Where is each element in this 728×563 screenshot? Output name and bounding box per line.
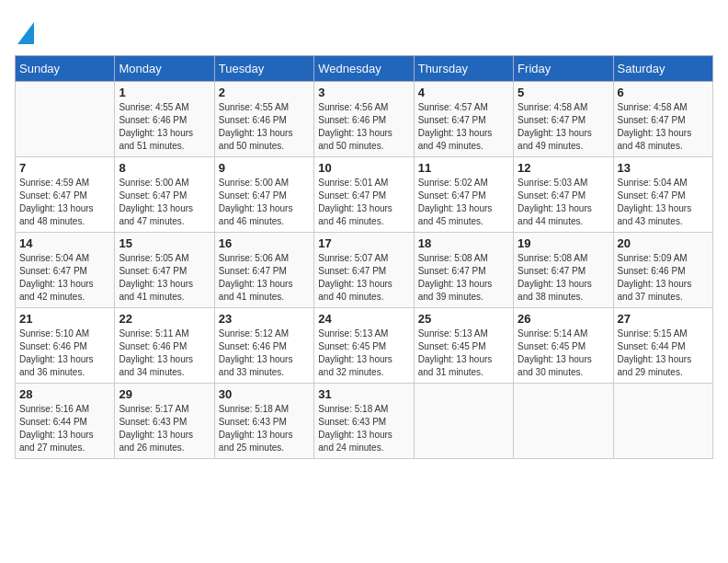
calendar-cell: 8Sunrise: 5:00 AMSunset: 6:47 PMDaylight… xyxy=(115,157,214,233)
calendar-cell: 18Sunrise: 5:08 AMSunset: 6:47 PMDayligh… xyxy=(414,233,513,308)
day-number: 10 xyxy=(318,161,409,175)
col-header-sunday: Sunday xyxy=(16,56,115,82)
day-number: 15 xyxy=(119,236,210,250)
day-number: 27 xyxy=(618,312,709,326)
col-header-monday: Monday xyxy=(115,56,214,82)
calendar-cell: 14Sunrise: 5:04 AMSunset: 6:47 PMDayligh… xyxy=(16,233,115,308)
calendar-week-5: 28Sunrise: 5:16 AMSunset: 6:44 PMDayligh… xyxy=(16,384,713,459)
day-number: 23 xyxy=(219,312,310,326)
day-number: 26 xyxy=(518,312,609,326)
logo xyxy=(15,15,34,48)
calendar-cell: 30Sunrise: 5:18 AMSunset: 6:43 PMDayligh… xyxy=(214,384,313,459)
day-info: Sunrise: 4:55 AMSunset: 6:46 PMDaylight:… xyxy=(219,101,310,153)
calendar-week-2: 7Sunrise: 4:59 AMSunset: 6:47 PMDaylight… xyxy=(16,157,713,233)
calendar-cell: 1Sunrise: 4:55 AMSunset: 6:46 PMDaylight… xyxy=(115,82,214,157)
day-info: Sunrise: 5:01 AMSunset: 6:47 PMDaylight:… xyxy=(318,177,409,228)
calendar-cell: 10Sunrise: 5:01 AMSunset: 6:47 PMDayligh… xyxy=(314,157,414,233)
col-header-thursday: Thursday xyxy=(414,56,513,82)
day-info: Sunrise: 4:58 AMSunset: 6:47 PMDaylight:… xyxy=(618,101,709,153)
day-info: Sunrise: 5:11 AMSunset: 6:46 PMDaylight:… xyxy=(119,327,210,379)
day-info: Sunrise: 5:14 AMSunset: 6:45 PMDaylight:… xyxy=(518,327,609,379)
day-info: Sunrise: 5:15 AMSunset: 6:44 PMDaylight:… xyxy=(618,327,709,379)
logo-icon xyxy=(17,18,34,44)
calendar-cell xyxy=(414,384,513,459)
calendar-cell: 15Sunrise: 5:05 AMSunset: 6:47 PMDayligh… xyxy=(115,233,214,308)
day-number: 22 xyxy=(119,312,210,326)
day-number: 29 xyxy=(119,387,210,401)
day-info: Sunrise: 5:04 AMSunset: 6:47 PMDaylight:… xyxy=(618,177,709,228)
day-info: Sunrise: 5:00 AMSunset: 6:47 PMDaylight:… xyxy=(119,177,210,228)
calendar-cell: 22Sunrise: 5:11 AMSunset: 6:46 PMDayligh… xyxy=(115,308,214,384)
calendar-cell: 2Sunrise: 4:55 AMSunset: 6:46 PMDaylight… xyxy=(214,82,313,157)
day-info: Sunrise: 5:16 AMSunset: 6:44 PMDaylight:… xyxy=(19,403,110,454)
day-number: 19 xyxy=(518,236,609,250)
calendar-cell: 28Sunrise: 5:16 AMSunset: 6:44 PMDayligh… xyxy=(16,384,115,459)
day-info: Sunrise: 5:17 AMSunset: 6:43 PMDaylight:… xyxy=(119,403,210,454)
day-info: Sunrise: 5:06 AMSunset: 6:47 PMDaylight:… xyxy=(219,252,310,304)
day-info: Sunrise: 4:55 AMSunset: 6:46 PMDaylight:… xyxy=(119,101,210,153)
day-number: 28 xyxy=(19,387,110,401)
calendar-cell: 4Sunrise: 4:57 AMSunset: 6:47 PMDaylight… xyxy=(414,82,513,157)
calendar-table: SundayMondayTuesdayWednesdayThursdayFrid… xyxy=(15,55,713,459)
day-info: Sunrise: 4:59 AMSunset: 6:47 PMDaylight:… xyxy=(19,177,110,228)
day-info: Sunrise: 5:12 AMSunset: 6:46 PMDaylight:… xyxy=(219,327,310,379)
day-info: Sunrise: 4:56 AMSunset: 6:46 PMDaylight:… xyxy=(318,101,409,153)
col-header-tuesday: Tuesday xyxy=(214,56,313,82)
calendar-week-1: 1Sunrise: 4:55 AMSunset: 6:46 PMDaylight… xyxy=(16,82,713,157)
calendar-cell: 13Sunrise: 5:04 AMSunset: 6:47 PMDayligh… xyxy=(613,157,712,233)
day-info: Sunrise: 5:02 AMSunset: 6:47 PMDaylight:… xyxy=(418,177,509,228)
calendar-cell xyxy=(613,384,712,459)
day-number: 18 xyxy=(418,236,509,250)
day-info: Sunrise: 5:03 AMSunset: 6:47 PMDaylight:… xyxy=(518,177,609,228)
day-number: 9 xyxy=(219,161,310,175)
day-number: 16 xyxy=(219,236,310,250)
day-info: Sunrise: 5:04 AMSunset: 6:47 PMDaylight:… xyxy=(19,252,110,304)
day-number: 8 xyxy=(119,161,210,175)
day-info: Sunrise: 5:13 AMSunset: 6:45 PMDaylight:… xyxy=(418,327,509,379)
day-info: Sunrise: 5:07 AMSunset: 6:47 PMDaylight:… xyxy=(318,252,409,304)
day-number: 17 xyxy=(318,236,409,250)
calendar-cell: 19Sunrise: 5:08 AMSunset: 6:47 PMDayligh… xyxy=(514,233,613,308)
day-info: Sunrise: 5:18 AMSunset: 6:43 PMDaylight:… xyxy=(219,403,310,454)
calendar-cell: 20Sunrise: 5:09 AMSunset: 6:46 PMDayligh… xyxy=(613,233,712,308)
calendar-cell: 26Sunrise: 5:14 AMSunset: 6:45 PMDayligh… xyxy=(514,308,613,384)
day-number: 2 xyxy=(219,86,310,99)
day-info: Sunrise: 5:00 AMSunset: 6:47 PMDaylight:… xyxy=(219,177,310,228)
calendar-week-4: 21Sunrise: 5:10 AMSunset: 6:46 PMDayligh… xyxy=(16,308,713,384)
col-header-wednesday: Wednesday xyxy=(314,56,414,82)
calendar-cell: 21Sunrise: 5:10 AMSunset: 6:46 PMDayligh… xyxy=(16,308,115,384)
svg-marker-0 xyxy=(17,22,34,44)
calendar-cell: 12Sunrise: 5:03 AMSunset: 6:47 PMDayligh… xyxy=(514,157,613,233)
calendar-cell: 25Sunrise: 5:13 AMSunset: 6:45 PMDayligh… xyxy=(414,308,513,384)
day-number: 3 xyxy=(318,86,409,99)
day-info: Sunrise: 4:57 AMSunset: 6:47 PMDaylight:… xyxy=(418,101,509,153)
calendar-cell: 9Sunrise: 5:00 AMSunset: 6:47 PMDaylight… xyxy=(214,157,313,233)
calendar-cell xyxy=(16,82,115,157)
col-header-saturday: Saturday xyxy=(613,56,712,82)
day-number: 31 xyxy=(318,387,409,401)
day-number: 11 xyxy=(418,161,509,175)
day-info: Sunrise: 5:10 AMSunset: 6:46 PMDaylight:… xyxy=(19,327,110,379)
day-info: Sunrise: 5:08 AMSunset: 6:47 PMDaylight:… xyxy=(518,252,609,304)
day-info: Sunrise: 5:18 AMSunset: 6:43 PMDaylight:… xyxy=(318,403,409,454)
calendar-cell: 29Sunrise: 5:17 AMSunset: 6:43 PMDayligh… xyxy=(115,384,214,459)
day-number: 13 xyxy=(618,161,709,175)
calendar-cell: 31Sunrise: 5:18 AMSunset: 6:43 PMDayligh… xyxy=(314,384,414,459)
calendar-cell: 16Sunrise: 5:06 AMSunset: 6:47 PMDayligh… xyxy=(214,233,313,308)
day-number: 30 xyxy=(219,387,310,401)
day-number: 4 xyxy=(418,86,509,99)
day-number: 7 xyxy=(19,161,110,175)
calendar-cell: 11Sunrise: 5:02 AMSunset: 6:47 PMDayligh… xyxy=(414,157,513,233)
day-info: Sunrise: 5:05 AMSunset: 6:47 PMDaylight:… xyxy=(119,252,210,304)
calendar-cell xyxy=(514,384,613,459)
day-number: 12 xyxy=(518,161,609,175)
calendar-cell: 5Sunrise: 4:58 AMSunset: 6:47 PMDaylight… xyxy=(514,82,613,157)
col-header-friday: Friday xyxy=(514,56,613,82)
day-number: 20 xyxy=(618,236,709,250)
day-info: Sunrise: 5:09 AMSunset: 6:46 PMDaylight:… xyxy=(618,252,709,304)
calendar-cell: 3Sunrise: 4:56 AMSunset: 6:46 PMDaylight… xyxy=(314,82,414,157)
day-number: 21 xyxy=(19,312,110,326)
day-number: 25 xyxy=(418,312,509,326)
calendar-cell: 7Sunrise: 4:59 AMSunset: 6:47 PMDaylight… xyxy=(16,157,115,233)
page-header xyxy=(15,15,713,48)
